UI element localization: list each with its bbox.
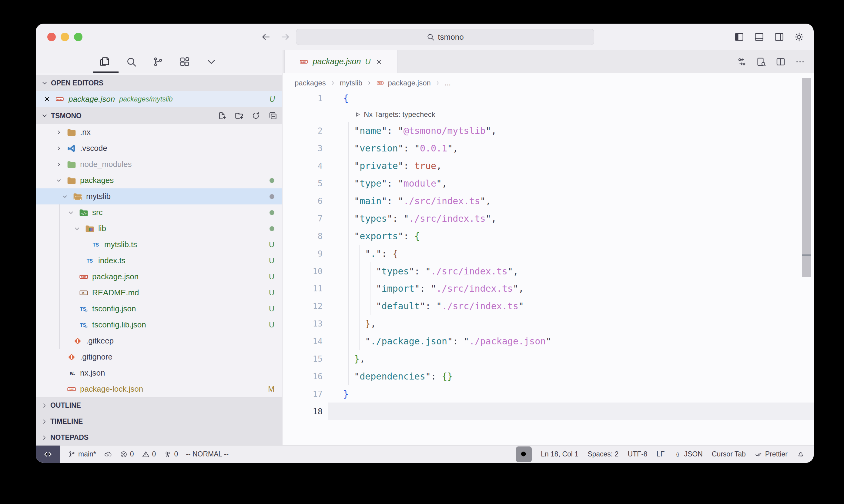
status-item-utf-8[interactable]: UTF-8 bbox=[627, 450, 647, 458]
tab-package-json[interactable]: npm package.json U bbox=[285, 50, 398, 73]
tree-item-src[interactable]: </>src bbox=[36, 204, 282, 220]
back-arrow-icon[interactable] bbox=[261, 32, 271, 42]
tree-item-node-modules[interactable]: node_modules bbox=[36, 156, 282, 172]
tree-item-mytslib-ts[interactable]: TSmytslib.tsU bbox=[36, 237, 282, 253]
tree-item-tsconfig-lib-json[interactable]: TStsconfig.lib.jsonU bbox=[36, 317, 282, 333]
code-line-text: "type": "module", bbox=[343, 178, 447, 189]
chevron-down-icon[interactable] bbox=[71, 225, 83, 232]
status-item[interactable] bbox=[104, 450, 112, 458]
svg-text:M↓: M↓ bbox=[82, 291, 86, 294]
chevron-down-icon[interactable] bbox=[59, 193, 71, 200]
layout-sidebar-right-icon[interactable] bbox=[774, 32, 785, 42]
tree-item-package-json[interactable]: npmpackage.jsonU bbox=[36, 269, 282, 285]
git-icon bbox=[71, 336, 84, 346]
explorer-files-icon[interactable] bbox=[99, 56, 110, 68]
collapse-all-icon[interactable] bbox=[268, 111, 277, 120]
line-number: 10 bbox=[295, 267, 323, 276]
status-item-0[interactable]: 0 bbox=[142, 450, 156, 458]
source-control-icon[interactable] bbox=[152, 56, 164, 68]
search-value: tsmono bbox=[438, 32, 464, 42]
code-lens[interactable]: Nx Targets: typecheck bbox=[354, 107, 435, 122]
open-editor-item[interactable]: npmpackage.jsonpackages/mytslibU bbox=[36, 91, 282, 107]
extensions-icon[interactable] bbox=[179, 56, 190, 68]
open-editors-header[interactable]: OPEN EDITORS bbox=[36, 75, 282, 91]
section-header-outline[interactable]: OUTLINE bbox=[36, 397, 282, 413]
open-preview-icon[interactable] bbox=[756, 57, 767, 67]
tree-item-index-ts[interactable]: TSindex.tsU bbox=[36, 253, 282, 269]
code-line: 1{ bbox=[282, 90, 814, 107]
code-line-text: "./package.json": "./package.json" bbox=[343, 336, 551, 346]
status-item-lf[interactable]: LF bbox=[657, 450, 665, 458]
section-header-timeline[interactable]: TIMELINE bbox=[36, 413, 282, 430]
folder-open-icon bbox=[71, 192, 84, 201]
remote-indicator-badge[interactable] bbox=[36, 446, 60, 463]
chevron-down-icon[interactable] bbox=[206, 56, 217, 68]
status-item--normal-[interactable]: -- NORMAL -- bbox=[186, 450, 228, 458]
npm-icon: npm bbox=[299, 57, 308, 66]
code-line: 14 "./package.json": "./package.json" bbox=[282, 332, 814, 350]
status-item-label: Cursor Tab bbox=[712, 450, 746, 458]
code-area[interactable]: 1{Nx Targets: typecheck2 "name": "@tsmon… bbox=[282, 73, 814, 445]
tree-item--gitkeep[interactable]: .gitkeep bbox=[36, 333, 282, 349]
tree-item-tsconfig-json[interactable]: TStsconfig.jsonU bbox=[36, 301, 282, 317]
tree-item-nx-json[interactable]: Nnx.json bbox=[36, 365, 282, 381]
status-item-ln-18-col-1[interactable]: Ln 18, Col 1 bbox=[541, 450, 579, 458]
zoom-indicator-badge[interactable] bbox=[516, 447, 532, 462]
chevron-right-icon[interactable] bbox=[53, 129, 65, 136]
new-file-icon[interactable] bbox=[217, 111, 226, 120]
tree-item-label: README.md bbox=[92, 288, 139, 298]
zoom-traffic-button[interactable] bbox=[74, 33, 83, 41]
close-traffic-button[interactable] bbox=[47, 33, 56, 41]
tree-item-packages[interactable]: packages bbox=[36, 172, 282, 188]
line-number: 14 bbox=[295, 337, 323, 346]
command-search-bar[interactable]: tsmono bbox=[296, 29, 594, 45]
section-title: OUTLINE bbox=[50, 401, 81, 410]
tree-item--vscode[interactable]: .vscode bbox=[36, 140, 282, 156]
status-item-cursor-tab[interactable]: Cursor Tab bbox=[712, 450, 746, 458]
tree-item-label: .nx bbox=[80, 127, 91, 137]
status-right: Ln 18, Col 1Spaces: 2UTF-8LF{}JSONCursor… bbox=[516, 447, 805, 462]
ts-icon: TS bbox=[83, 256, 97, 266]
status-item-prettier[interactable]: Prettier bbox=[755, 450, 788, 458]
status-item-spaces-2[interactable]: Spaces: 2 bbox=[587, 450, 618, 458]
search-icon[interactable] bbox=[125, 56, 137, 68]
split-editor-icon[interactable] bbox=[775, 57, 786, 67]
refresh-icon[interactable] bbox=[251, 111, 260, 120]
tree-item--nx[interactable]: .nx bbox=[36, 124, 282, 140]
tree-item-package-lock-json[interactable]: npmpackage-lock.jsonM bbox=[36, 381, 282, 397]
layout-panel-bottom-icon[interactable] bbox=[754, 32, 764, 42]
error-circle-icon bbox=[120, 450, 127, 458]
gear-icon[interactable] bbox=[794, 32, 805, 42]
tree-item-mytslib[interactable]: mytslib bbox=[36, 188, 282, 204]
status-item[interactable] bbox=[797, 450, 805, 458]
tree-item-readme-md[interactable]: M↓README.mdU bbox=[36, 285, 282, 301]
status-item-label: main* bbox=[78, 450, 96, 458]
chevron-right-icon[interactable] bbox=[53, 161, 65, 168]
status-item-json[interactable]: {}JSON bbox=[674, 450, 702, 458]
editor-pane[interactable]: packagesmytslibnpmpackage.json... 1{Nx T… bbox=[282, 73, 814, 445]
status-item-label: UTF-8 bbox=[627, 450, 647, 458]
chevron-down-icon[interactable] bbox=[65, 209, 77, 216]
editor-actions bbox=[737, 50, 805, 73]
forward-arrow-icon[interactable] bbox=[280, 32, 290, 42]
status-item-main-[interactable]: main* bbox=[68, 450, 96, 458]
minimize-traffic-button[interactable] bbox=[61, 33, 69, 41]
scrollbar-thumb[interactable] bbox=[802, 78, 811, 277]
traffic-lights bbox=[47, 24, 83, 50]
section-header-notepads[interactable]: NOTEPADS bbox=[36, 430, 282, 446]
compare-changes-icon[interactable] bbox=[737, 57, 747, 67]
code-line-text: "dependencies": {} bbox=[343, 371, 453, 382]
tree-item-lib[interactable]: lib bbox=[36, 220, 282, 237]
tree-item--gitignore[interactable]: .gitignore bbox=[36, 349, 282, 365]
close-icon[interactable] bbox=[375, 58, 383, 66]
more-actions-icon[interactable] bbox=[795, 57, 805, 67]
close-icon[interactable] bbox=[43, 95, 51, 103]
chevron-down-icon[interactable] bbox=[53, 177, 65, 184]
status-item-0[interactable]: 0 bbox=[164, 450, 178, 458]
new-folder-icon[interactable] bbox=[234, 111, 243, 120]
chevron-right-icon[interactable] bbox=[53, 145, 65, 152]
layout-sidebar-left-icon[interactable] bbox=[734, 32, 744, 42]
double-check-icon bbox=[755, 450, 763, 458]
status-item-0[interactable]: 0 bbox=[120, 450, 134, 458]
project-header[interactable]: TSMONO bbox=[36, 107, 282, 124]
